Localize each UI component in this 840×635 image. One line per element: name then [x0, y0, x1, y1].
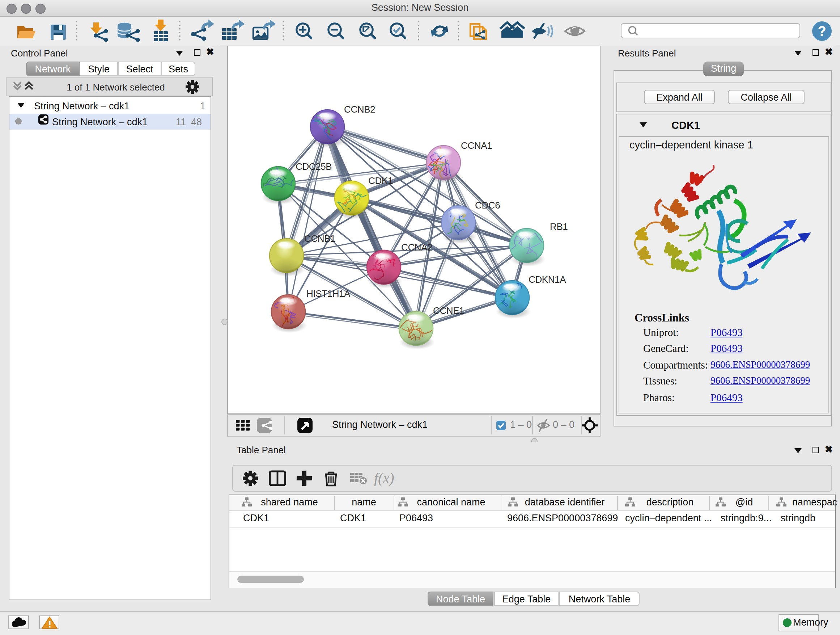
svg-text:?: ? [818, 24, 826, 39]
svg-text:CCNE1: CCNE1 [433, 305, 464, 316]
svg-text:CCNA2: CCNA2 [401, 242, 432, 253]
svg-text:CCNA1: CCNA1 [461, 140, 492, 151]
svg-text:HIST1H1A: HIST1H1A [306, 288, 351, 299]
svg-text:CDC25B: CDC25B [295, 161, 332, 172]
svg-text:CCNB1: CCNB1 [304, 233, 335, 244]
svg-text:CDK1: CDK1 [368, 175, 393, 186]
svg-text:CCNB2: CCNB2 [344, 104, 375, 115]
svg-text:f(x): f(x) [374, 470, 394, 486]
svg-text:RB1: RB1 [550, 221, 568, 232]
svg-text:CDC6: CDC6 [475, 200, 500, 211]
svg-text:CDKN1A: CDKN1A [529, 274, 566, 285]
